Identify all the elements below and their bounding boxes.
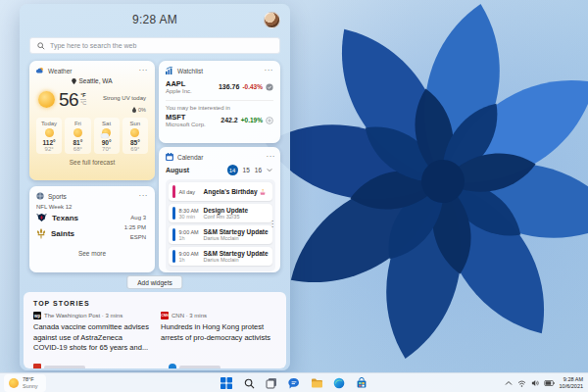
weather-more-button[interactable]: ··· [139,68,149,74]
unit-fahrenheit-toggle[interactable]: °F [80,93,86,101]
edge-icon [333,377,345,389]
calendar-date[interactable]: 15 [243,167,250,173]
task-view-button[interactable] [264,375,279,391]
story-cutoff-text [179,366,220,368]
user-avatar[interactable] [264,12,280,28]
forecast-day[interactable]: Today 112° 92° [36,118,62,154]
forecast-row: Today 112° 92° Fri 81° 68° Sat 90 [36,118,148,154]
taskbar-weather-temp: 78°F [23,376,38,383]
calendar-date-selected[interactable]: 14 [227,165,238,175]
widgets-panel: 9:28 AM Type here to search the web Weat… [20,4,290,370]
texans-logo [36,213,47,222]
event-kebab-menu-icon[interactable]: ⋮ [269,220,276,228]
calendar-events: All day Angela's Birthday [166,179,275,271]
clock-time: 9:28 AM [560,376,583,383]
speaker-icon[interactable] [531,379,539,387]
sports-more-button[interactable]: ··· [139,193,149,199]
weather-location[interactable]: Seattle, WA [36,77,148,84]
taskbar: 78°F Sunny [0,372,588,392]
birthday-cake-icon [260,189,266,195]
interest-label: You may be interested in [166,100,273,111]
search-input[interactable]: Type here to search the web [29,37,280,54]
weather-title: Weather [48,68,72,74]
search-icon [244,378,255,389]
windows-logo-icon [220,377,232,389]
taskbar-weather-condition: Sunny [23,383,38,390]
sunny-icon [74,128,82,137]
chevron-down-icon[interactable] [267,168,272,172]
partly-cloudy-icon [102,128,111,137]
story-headline[interactable]: Hundreds in Hong Kong protest arrests of… [161,322,276,343]
edge-button[interactable] [331,375,347,391]
chat-button[interactable] [286,375,302,391]
calendar-widget-icon [166,153,173,161]
search-icon [37,42,45,50]
taskbar-widgets-button[interactable]: 78°F Sunny [4,374,46,392]
watchlist-more-button[interactable]: ··· [265,68,274,74]
calendar-widget[interactable]: Calendar ··· August 14 15 16 [159,147,280,272]
calendar-title: Calendar [177,154,203,161]
file-explorer-button[interactable] [309,375,324,391]
sports-title: Sports [48,193,67,200]
forecast-day[interactable]: Sun 85° 69° [122,118,148,154]
story-partial[interactable] [33,364,85,368]
calendar-event[interactable]: 8:30 AM 30 min Design Update Conf Rm 32/… [169,204,272,222]
forecast-day[interactable]: Sat 90° 70° [94,118,120,154]
store-button[interactable] [354,375,369,391]
start-button[interactable] [219,375,234,391]
desktop: 9:28 AM Type here to search the web Weat… [0,0,588,392]
weather-widget[interactable]: Weather ··· Seattle, WA 56 °F °C [29,61,155,180]
cnn-logo: CNN [161,312,169,319]
calendar-event[interactable]: 9:00 AM 1h S&M Startegy Update Darius Mc… [169,247,272,266]
game-channel: ESPN [124,232,146,242]
calendar-event[interactable]: All day Angela's Birthday [169,182,272,201]
chat-icon [288,377,300,389]
story-source-logo [169,364,176,368]
battery-icon[interactable] [544,380,555,386]
watchlist-title: Watchlist [177,68,203,74]
forecast-day[interactable]: Fri 81° 68° [65,118,90,154]
taskbar-search-button[interactable] [241,375,257,391]
stock-row-msft[interactable]: MSFT Microsoft Corp. 242.2 +0.19% [166,113,273,127]
location-pin-icon [72,78,76,84]
system-tray: 9:28 AM 10/6/2021 [505,374,583,392]
story-cnn[interactable]: CNN CNN · 3 mins Hundreds in Hong Kong p… [161,312,276,354]
search-placeholder: Type here to search the web [50,42,136,49]
taskbar-clock[interactable]: 9:28 AM 10/6/2021 [560,376,583,391]
saints-logo [36,228,46,239]
calendar-date[interactable]: 16 [255,167,262,173]
see-more-link[interactable]: See more [36,250,148,257]
story-washington-post[interactable]: wp The Washington Post · 3 mins Canada v… [33,312,149,354]
watchlist-widget[interactable]: Watchlist ··· AAPL Apple Inc. 136.76 -0.… [159,61,280,143]
story-headline[interactable]: Canada vaccine committee advises against… [33,322,149,354]
widgets-grid: Weather ··· Seattle, WA 56 °F °C [29,61,280,272]
file-explorer-icon [311,377,322,389]
tray-chevron-up-icon[interactable] [505,380,513,386]
humidity-value: 0% [138,107,146,113]
weather-current: 56 °F °C Strong UV today 0% [36,86,148,113]
sports-widget-icon [36,192,44,200]
story-partial[interactable] [169,364,220,368]
uv-label: Strong UV today [103,95,146,101]
sports-league: NFL Week 12 [36,204,148,210]
story-meta: The Washington Post · 3 mins [44,313,122,318]
unit-celsius-toggle[interactable]: °C [80,100,86,107]
sun-icon [38,91,55,108]
taskbar-weather-sun-icon [9,378,19,388]
washington-post-logo: wp [33,312,41,319]
wifi-icon[interactable] [517,380,526,387]
team-row-saints[interactable]: Saints [36,228,78,239]
sports-widget[interactable]: Sports ··· NFL Week 12 Texans [29,186,155,272]
stock-row-aapl[interactable]: AAPL Apple Inc. 136.76 -0.43% [166,79,273,94]
watchlist-added-icon[interactable] [266,83,273,91]
add-widgets-button[interactable]: Add widgets [126,275,182,289]
game-time: 1:25 PM [124,222,146,232]
droplet-icon [132,107,136,113]
watchlist-add-icon[interactable] [266,117,273,124]
calendar-event[interactable]: 9:00 AM 1h S&M Startegy Update Darius Mc… [169,225,272,244]
see-full-forecast-link[interactable]: See full forecast [36,159,148,166]
calendar-more-button[interactable]: ··· [267,154,276,160]
task-view-icon [266,377,277,389]
story-cutoff-text [44,366,85,368]
team-row-texans[interactable]: Texans [36,213,78,222]
